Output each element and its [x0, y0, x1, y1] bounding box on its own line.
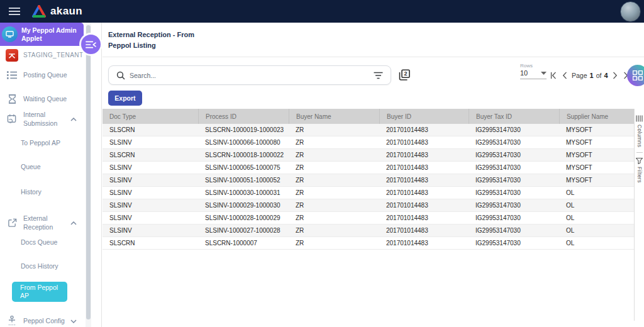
cell-doc-type: SLSINV [103, 177, 198, 184]
cell-doc-type: SLSCRN [103, 152, 198, 158]
cell-supplier-name: OL [559, 214, 634, 221]
applet-icon [2, 26, 18, 42]
filter-list-icon[interactable] [374, 72, 383, 79]
cell-process-id: SLSINV-1000030-1000031 [198, 189, 289, 196]
chevron-down-icon [541, 72, 547, 75]
akaun-triangle-logo-icon [31, 5, 47, 18]
first-page-button[interactable] [550, 72, 557, 79]
divider [103, 57, 644, 57]
cell-doc-type: SLSINV [103, 164, 198, 171]
cell-buyer-id: 201701014483 [379, 152, 469, 158]
cell-buyer-id: 201701014483 [379, 227, 469, 234]
page-indicator: Page 1 of 4 [572, 72, 608, 79]
column-header-buyer-id[interactable]: Buyer ID [379, 109, 469, 124]
table-row[interactable]: SLSINV SLSINV-1000051-1000052 ZR 2017010… [103, 174, 634, 187]
apps-grid-button[interactable] [627, 65, 644, 86]
table-row[interactable]: SLSINV SLSINV-1000027-1000028 ZR 2017010… [103, 224, 634, 237]
sidebar-item-label: External Reception [23, 214, 65, 231]
rows-per-page-select[interactable]: 10 [520, 69, 547, 79]
cell-buyer-tax-id: IG29953147030 [469, 214, 559, 221]
grid-icon [633, 70, 643, 80]
cell-buyer-name: ZR [289, 126, 379, 133]
sidebar-item-label: Docs History [21, 262, 77, 270]
divider [636, 152, 643, 153]
cell-buyer-tax-id: IG29953147030 [469, 152, 559, 158]
column-header-process-id[interactable]: Process ID [198, 109, 289, 124]
sidebar: My Peppol Admin Applet STAGING_TENANT Po… [0, 23, 102, 327]
collapse-menu-icon [86, 40, 96, 49]
page-total: 4 [604, 72, 608, 79]
hamburger-menu-icon[interactable] [6, 3, 23, 19]
brand-name: akaun [50, 5, 82, 18]
cell-buyer-name: ZR [289, 240, 379, 247]
sidebar-item-label: Posting Queue [23, 70, 80, 79]
cell-process-id: SLSCRN-1000007 [198, 240, 289, 247]
filters-label: Filters [636, 167, 643, 183]
filters-tool[interactable]: Filters [636, 158, 643, 183]
next-page-button[interactable] [613, 72, 618, 79]
table-row[interactable]: SLSINV SLSINV-1000028-1000029 ZR 2017010… [103, 212, 634, 224]
top-navbar: akaun [0, 0, 644, 23]
applet-title: My Peppol Admin Applet [21, 26, 83, 42]
sidebar-item-from-peppol-ap-selected[interactable]: From Peppol AP [12, 282, 67, 302]
cell-supplier-name: OL [559, 240, 634, 247]
cell-buyer-tax-id: IG29953147030 [469, 240, 559, 247]
column-header-buyer-tax-id[interactable]: Buyer Tax ID [469, 109, 559, 124]
cell-process-id: SLSINV-1000028-1000029 [198, 214, 289, 221]
table-row[interactable]: SLSINV SLSINV-1000066-1000080 ZR 2017010… [103, 136, 634, 149]
cell-doc-type: SLSINV [103, 139, 198, 146]
search-box [108, 65, 391, 85]
cell-process-id: SLSCRN-1000018-1000022 [198, 152, 289, 158]
pagination: Page 1 of 4 [550, 72, 630, 79]
funnel-icon [636, 158, 643, 164]
cell-buyer-id: 201701014483 [379, 139, 469, 146]
cell-buyer-tax-id: IG29953147030 [469, 202, 559, 209]
page-of-word: of [596, 72, 602, 79]
chevron-up-icon[interactable] [70, 219, 77, 226]
sidebar-item-label: Docs Queue [21, 238, 77, 247]
sidebar-scrollbar-thumb[interactable] [86, 25, 91, 319]
filter-2-pages-icon[interactable]: 2 [397, 68, 411, 82]
previous-page-button[interactable] [562, 72, 567, 79]
cell-buyer-tax-id: IG29953147030 [469, 227, 559, 234]
cell-doc-type: SLSCRN [103, 240, 198, 247]
cell-buyer-id: 201701014483 [379, 214, 469, 221]
cell-process-id: SLSINV-1000027-1000028 [198, 227, 289, 234]
table-row[interactable]: SLSINV SLSINV-1000065-1000075 ZR 2017010… [103, 162, 634, 174]
chevron-down-icon[interactable] [70, 317, 77, 324]
table-row[interactable]: SLSCRN SLSCRN-1000007 ZR 201701014483 IG… [103, 237, 634, 250]
sidebar-item-my-peppol-admin-applet[interactable]: My Peppol Admin Applet [0, 23, 84, 46]
cell-process-id: SLSINV-1000066-1000080 [198, 139, 289, 146]
table-row[interactable]: SLSCRN SLSCRN-1000019-1000023 ZR 2017010… [103, 124, 634, 136]
cell-doc-type: SLSCRN [103, 126, 198, 133]
cell-buyer-tax-id: IG29953147030 [469, 126, 559, 133]
sidebar-collapse-button[interactable] [81, 35, 101, 54]
cell-process-id: SLSCRN-1000019-1000023 [198, 126, 289, 133]
column-header-doc-type[interactable]: Doc Type [103, 109, 198, 124]
table-row[interactable]: SLSCRN SLSCRN-1000018-1000022 ZR 2017010… [103, 149, 634, 162]
cell-buyer-id: 201701014483 [379, 177, 469, 184]
column-header-supplier-name[interactable]: Supplier Name [559, 109, 634, 124]
documents-table: Doc Type Process ID Buyer Name Buyer ID … [103, 109, 634, 250]
chevron-up-icon[interactable] [70, 115, 77, 123]
tenant-icon [6, 49, 18, 62]
cell-buyer-tax-id: IG29953147030 [469, 164, 559, 171]
cell-buyer-id: 201701014483 [379, 189, 469, 196]
list-icon [6, 71, 18, 79]
brand-logo[interactable]: akaun [31, 5, 82, 18]
table-row[interactable]: SLSINV SLSINV-1000030-1000031 ZR 2017010… [103, 187, 634, 199]
columns-tool[interactable]: Columns [636, 115, 643, 147]
tenant-name: STAGING_TENANT [23, 51, 92, 60]
table-row[interactable]: SLSINV SLSINV-1000029-1000030 ZR 2017010… [103, 199, 634, 212]
user-avatar[interactable] [620, 1, 641, 22]
export-button[interactable]: Export [108, 91, 142, 106]
cell-supplier-name: MYSOFT [559, 126, 634, 133]
sidebar-item-label: History [21, 187, 77, 196]
page-current: 1 [590, 72, 594, 79]
cell-buyer-id: 201701014483 [379, 164, 469, 171]
cell-buyer-name: ZR [289, 214, 379, 221]
cell-buyer-name: ZR [289, 202, 379, 209]
column-header-buyer-name[interactable]: Buyer Name [289, 109, 379, 124]
cell-buyer-name: ZR [289, 227, 379, 234]
search-input[interactable] [130, 72, 374, 79]
